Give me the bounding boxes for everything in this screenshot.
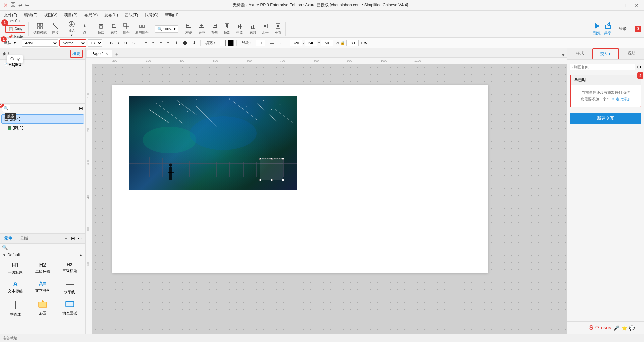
stroke-style-btn[interactable]: —: [268, 40, 276, 46]
minimize-btn[interactable]: —: [612, 2, 621, 9]
select-mode-btn[interactable]: 选择模式: [31, 22, 49, 36]
group-btn[interactable]: 组合: [120, 22, 132, 36]
underline-btn[interactable]: U: [122, 40, 129, 46]
interaction-tab[interactable]: 交互●: [592, 48, 619, 59]
components-copy-icon[interactable]: ⊞: [71, 236, 75, 242]
h-distribute-btn[interactable]: 水平: [259, 22, 271, 36]
handle-tc[interactable]: [271, 158, 273, 160]
undo-icon[interactable]: ↩: [18, 3, 22, 8]
save-icon[interactable]: [10, 2, 16, 8]
expand-icon[interactable]: ▼: [3, 253, 6, 257]
canvas-image[interactable]: [129, 96, 297, 190]
v-distribute-btn[interactable]: 垂直: [272, 22, 284, 36]
comp-dynamic-panel[interactable]: 动态面板: [57, 298, 83, 319]
page-nav-icon[interactable]: ▼: [561, 52, 566, 57]
strikethrough-btn[interactable]: S: [130, 40, 137, 46]
comp-text-para[interactable]: A≡ 文本段落: [30, 278, 56, 297]
comp-h3[interactable]: H3 三级标题: [57, 260, 83, 277]
close-page-icon[interactable]: ✕: [105, 52, 108, 56]
font-style-select[interactable]: Normal Bold Italic: [59, 39, 86, 47]
login-btn[interactable]: 登录: [614, 25, 631, 33]
menu-publish[interactable]: 发布(U): [102, 12, 121, 19]
italic-btn[interactable]: I: [116, 40, 121, 46]
stroke-value-input[interactable]: 0: [256, 40, 265, 46]
comp-vline[interactable]: 垂直线: [3, 298, 29, 319]
insert-btn[interactable]: 插入 ▼: [66, 20, 78, 38]
components-search-icon[interactable]: 🔍: [2, 245, 8, 250]
hotspot-selection[interactable]: [260, 158, 283, 180]
outline-tab[interactable]: 概要: [70, 50, 83, 58]
stroke-end-btn[interactable]: →: [276, 40, 284, 46]
style-tab[interactable]: 样式: [567, 48, 592, 59]
hotspot-name-input[interactable]: [570, 64, 635, 70]
handle-tr[interactable]: [282, 158, 284, 160]
handle-br[interactable]: [282, 179, 284, 181]
cut-button[interactable]: ✂ Cut: [5, 18, 25, 25]
elements-tab[interactable]: 元件: [3, 235, 13, 242]
components-add-icon[interactable]: ＋: [64, 236, 68, 242]
menu-layout[interactable]: 布局(A): [82, 12, 100, 19]
text-valign-top-btn[interactable]: ⬆: [173, 40, 180, 46]
connect-btn[interactable]: 连接: [49, 22, 61, 36]
svg-point-73: [190, 116, 257, 150]
menu-team[interactable]: 团队(T): [122, 12, 141, 19]
menu-view[interactable]: 视图(V): [41, 12, 60, 19]
top-layer-btn[interactable]: 顶层: [95, 22, 107, 36]
text-align-left-btn[interactable]: ≡: [143, 40, 149, 46]
menu-help[interactable]: 帮助(H): [162, 12, 181, 19]
y-value-input[interactable]: [321, 40, 333, 46]
menu-project[interactable]: 项目(P): [61, 12, 80, 19]
w-input[interactable]: [346, 40, 359, 46]
handle-bc[interactable]: [271, 179, 273, 181]
handle-bl[interactable]: [259, 179, 261, 181]
font-family-select[interactable]: Arial Microsoft YaHei: [22, 39, 58, 47]
share-btn[interactable]: 共享: [604, 22, 612, 36]
add-page-icon[interactable]: ＋: [114, 51, 119, 57]
comp-hline[interactable]: 水平线: [57, 278, 83, 297]
point-btn[interactable]: 点: [78, 22, 91, 36]
align-center-btn[interactable]: 居中: [196, 22, 208, 36]
comp-text-label[interactable]: A 文本标签: [3, 278, 29, 297]
align-bottom-btn[interactable]: 底部: [247, 22, 259, 36]
comp-h2[interactable]: H2 二级标题: [30, 260, 56, 277]
canvas-container[interactable]: 100 200 300 400 500 600: [86, 64, 567, 334]
text-valign-mid-btn[interactable]: ⬤: [181, 40, 189, 46]
outline-item-image[interactable]: 🖼 (图片): [1, 124, 84, 132]
copy-button[interactable]: 📋 Copy Copy: [5, 25, 25, 33]
y-input[interactable]: [305, 40, 317, 46]
comp-hotspot[interactable]: 热区: [30, 298, 56, 319]
align-right-btn[interactable]: 右侧: [208, 22, 220, 36]
bold-btn[interactable]: B: [108, 40, 115, 46]
fill-color-swatch[interactable]: [220, 40, 226, 46]
preview-btn[interactable]: 预览: [593, 22, 601, 36]
page-tab-1[interactable]: Page 1 ✕: [87, 50, 112, 57]
align-left-btn[interactable]: 左侧: [183, 22, 195, 36]
text-align-justify-btn[interactable]: ≡: [165, 40, 171, 46]
text-align-right-btn[interactable]: ≡: [158, 40, 164, 46]
ungroup-btn[interactable]: 取消组合: [133, 22, 151, 36]
filter-icon[interactable]: ⊟: [79, 106, 83, 111]
click-add-link[interactable]: ⚙ 点此添加: [611, 97, 631, 101]
notes-tab[interactable]: 说明: [619, 48, 644, 59]
font-size-select[interactable]: 13 12 14: [88, 39, 102, 47]
x-input[interactable]: [290, 40, 302, 46]
zoom-input[interactable]: 🔍 100% ▼: [155, 25, 178, 33]
handle-tl[interactable]: [259, 158, 261, 160]
fill-color-swatch2[interactable]: [228, 40, 234, 46]
new-interaction-button[interactable]: 新建交互: [570, 113, 641, 124]
maximize-btn[interactable]: □: [623, 2, 630, 9]
close-btn[interactable]: ✕: [633, 2, 641, 9]
bottom-layer-btn[interactable]: 底层: [108, 22, 120, 36]
settings-icon[interactable]: ⚙: [637, 64, 641, 70]
align-top-btn[interactable]: 顶部: [221, 22, 233, 36]
text-valign-bot-btn[interactable]: ⬇: [191, 40, 198, 46]
redo-icon[interactable]: ↪: [25, 3, 29, 8]
paste-button[interactable]: 📌 Paste: [5, 33, 25, 40]
app-close-icon[interactable]: ✕: [3, 2, 8, 8]
text-align-center-btn[interactable]: ≡: [150, 40, 156, 46]
masters-tab[interactable]: 母版: [19, 235, 30, 242]
menu-account[interactable]: 账号(C): [142, 12, 161, 19]
align-mid-btn[interactable]: 中部: [234, 22, 246, 36]
comp-h1[interactable]: H1 一级标题: [3, 260, 29, 277]
components-menu-icon[interactable]: ⋯: [78, 236, 83, 242]
